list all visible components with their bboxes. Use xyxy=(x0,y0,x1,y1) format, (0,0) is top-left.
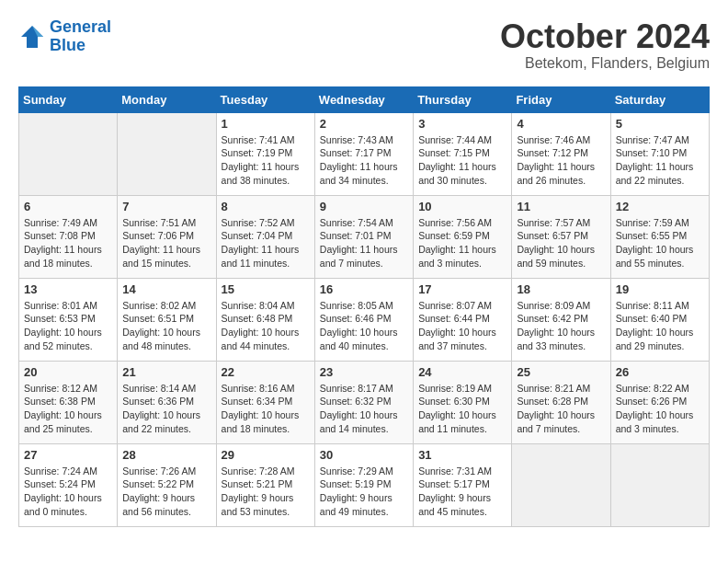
day-number: 27 xyxy=(24,448,112,462)
day-info: Sunrise: 8:07 AM Sunset: 6:44 PM Dayligh… xyxy=(418,299,506,353)
day-info: Sunrise: 7:56 AM Sunset: 6:59 PM Dayligh… xyxy=(418,216,506,270)
day-info: Sunrise: 7:49 AM Sunset: 7:08 PM Dayligh… xyxy=(24,216,112,270)
day-number: 26 xyxy=(616,365,704,379)
calendar-cell: 10Sunrise: 7:56 AM Sunset: 6:59 PM Dayli… xyxy=(414,195,512,278)
day-number: 28 xyxy=(122,448,210,462)
calendar-cell: 30Sunrise: 7:29 AM Sunset: 5:19 PM Dayli… xyxy=(314,443,413,526)
day-number: 13 xyxy=(24,282,112,296)
day-info: Sunrise: 7:46 AM Sunset: 7:12 PM Dayligh… xyxy=(517,133,605,188)
calendar-cell: 28Sunrise: 7:26 AM Sunset: 5:22 PM Dayli… xyxy=(118,443,216,526)
day-info: Sunrise: 8:04 AM Sunset: 6:48 PM Dayligh… xyxy=(222,299,310,353)
calendar-cell: 5Sunrise: 7:47 AM Sunset: 7:10 PM Daylig… xyxy=(610,112,709,195)
page-header: General Blue October 2024 Betekom, Fland… xyxy=(18,18,710,72)
calendar-table: SundayMondayTuesdayWednesdayThursdayFrid… xyxy=(18,86,710,527)
day-number: 15 xyxy=(222,282,310,296)
day-number: 22 xyxy=(222,365,310,379)
logo-icon xyxy=(18,23,46,51)
day-info: Sunrise: 7:59 AM Sunset: 6:55 PM Dayligh… xyxy=(616,216,704,270)
day-number: 29 xyxy=(222,448,310,462)
calendar-cell: 2Sunrise: 7:43 AM Sunset: 7:17 PM Daylig… xyxy=(314,112,413,195)
day-header-sunday: Sunday xyxy=(19,86,118,112)
logo-text: General Blue xyxy=(50,18,111,55)
logo-line2: Blue xyxy=(50,36,85,54)
calendar-cell: 12Sunrise: 7:59 AM Sunset: 6:55 PM Dayli… xyxy=(610,195,709,278)
day-number: 5 xyxy=(616,117,704,131)
day-number: 23 xyxy=(320,365,408,379)
calendar-cell xyxy=(512,443,610,526)
calendar-cell xyxy=(19,112,118,195)
day-info: Sunrise: 8:21 AM Sunset: 6:28 PM Dayligh… xyxy=(517,382,605,436)
day-number: 12 xyxy=(616,200,704,213)
calendar-cell: 22Sunrise: 8:16 AM Sunset: 6:34 PM Dayli… xyxy=(216,361,314,443)
calendar-cell: 7Sunrise: 7:51 AM Sunset: 7:06 PM Daylig… xyxy=(118,195,216,278)
calendar-week-2: 6Sunrise: 7:49 AM Sunset: 7:08 PM Daylig… xyxy=(19,195,710,278)
day-number: 17 xyxy=(418,282,506,296)
day-number: 14 xyxy=(122,282,210,296)
calendar-cell: 25Sunrise: 8:21 AM Sunset: 6:28 PM Dayli… xyxy=(512,361,610,443)
day-header-tuesday: Tuesday xyxy=(216,86,314,112)
day-header-wednesday: Wednesday xyxy=(314,86,413,112)
calendar-cell: 29Sunrise: 7:28 AM Sunset: 5:21 PM Dayli… xyxy=(216,443,314,526)
day-number: 7 xyxy=(122,200,210,213)
day-info: Sunrise: 8:11 AM Sunset: 6:40 PM Dayligh… xyxy=(616,299,704,353)
day-number: 24 xyxy=(418,365,506,379)
calendar-cell: 21Sunrise: 8:14 AM Sunset: 6:36 PM Dayli… xyxy=(118,361,216,443)
day-info: Sunrise: 7:28 AM Sunset: 5:21 PM Dayligh… xyxy=(222,465,310,519)
day-number: 21 xyxy=(122,365,210,379)
calendar-cell: 16Sunrise: 8:05 AM Sunset: 6:46 PM Dayli… xyxy=(314,278,413,361)
day-info: Sunrise: 8:12 AM Sunset: 6:38 PM Dayligh… xyxy=(24,382,112,436)
title-block: October 2024 Betekom, Flanders, Belgium xyxy=(500,18,710,72)
day-number: 1 xyxy=(222,117,310,131)
day-header-friday: Friday xyxy=(512,86,610,112)
day-info: Sunrise: 8:14 AM Sunset: 6:36 PM Dayligh… xyxy=(122,382,210,436)
day-info: Sunrise: 7:26 AM Sunset: 5:22 PM Dayligh… xyxy=(122,465,210,519)
calendar-cell xyxy=(610,443,709,526)
calendar-cell: 1Sunrise: 7:41 AM Sunset: 7:19 PM Daylig… xyxy=(216,112,314,195)
day-number: 2 xyxy=(320,117,408,131)
calendar-cell: 9Sunrise: 7:54 AM Sunset: 7:01 PM Daylig… xyxy=(314,195,413,278)
calendar-cell: 19Sunrise: 8:11 AM Sunset: 6:40 PM Dayli… xyxy=(610,278,709,361)
day-number: 25 xyxy=(517,365,605,379)
day-info: Sunrise: 8:17 AM Sunset: 6:32 PM Dayligh… xyxy=(320,382,408,436)
day-info: Sunrise: 7:41 AM Sunset: 7:19 PM Dayligh… xyxy=(222,133,310,188)
logo-line1: General xyxy=(50,17,111,36)
day-info: Sunrise: 7:54 AM Sunset: 7:01 PM Dayligh… xyxy=(320,216,408,270)
day-header-thursday: Thursday xyxy=(414,86,512,112)
calendar-cell: 26Sunrise: 8:22 AM Sunset: 6:26 PM Dayli… xyxy=(610,361,709,443)
calendar-cell: 14Sunrise: 8:02 AM Sunset: 6:51 PM Dayli… xyxy=(118,278,216,361)
calendar-cell: 24Sunrise: 8:19 AM Sunset: 6:30 PM Dayli… xyxy=(414,361,512,443)
month-title: October 2024 xyxy=(500,18,710,55)
calendar-week-5: 27Sunrise: 7:24 AM Sunset: 5:24 PM Dayli… xyxy=(19,443,710,526)
day-number: 9 xyxy=(320,200,408,213)
calendar-cell: 6Sunrise: 7:49 AM Sunset: 7:08 PM Daylig… xyxy=(19,195,118,278)
calendar-cell: 15Sunrise: 8:04 AM Sunset: 6:48 PM Dayli… xyxy=(216,278,314,361)
day-number: 3 xyxy=(418,117,506,131)
day-number: 20 xyxy=(24,365,112,379)
day-info: Sunrise: 7:29 AM Sunset: 5:19 PM Dayligh… xyxy=(320,465,408,519)
day-number: 4 xyxy=(517,117,605,131)
day-number: 8 xyxy=(222,200,310,213)
day-info: Sunrise: 7:44 AM Sunset: 7:15 PM Dayligh… xyxy=(418,133,506,188)
day-number: 11 xyxy=(517,200,605,213)
calendar-cell: 27Sunrise: 7:24 AM Sunset: 5:24 PM Dayli… xyxy=(19,443,118,526)
calendar-cell: 20Sunrise: 8:12 AM Sunset: 6:38 PM Dayli… xyxy=(19,361,118,443)
calendar-cell: 3Sunrise: 7:44 AM Sunset: 7:15 PM Daylig… xyxy=(414,112,512,195)
calendar-cell: 8Sunrise: 7:52 AM Sunset: 7:04 PM Daylig… xyxy=(216,195,314,278)
day-info: Sunrise: 7:47 AM Sunset: 7:10 PM Dayligh… xyxy=(616,133,704,188)
day-number: 6 xyxy=(24,200,112,213)
day-info: Sunrise: 8:22 AM Sunset: 6:26 PM Dayligh… xyxy=(616,382,704,436)
day-header-monday: Monday xyxy=(118,86,216,112)
day-info: Sunrise: 8:19 AM Sunset: 6:30 PM Dayligh… xyxy=(418,382,506,436)
calendar-cell: 18Sunrise: 8:09 AM Sunset: 6:42 PM Dayli… xyxy=(512,278,610,361)
day-info: Sunrise: 8:01 AM Sunset: 6:53 PM Dayligh… xyxy=(24,299,112,353)
calendar-week-1: 1Sunrise: 7:41 AM Sunset: 7:19 PM Daylig… xyxy=(19,112,710,195)
logo: General Blue xyxy=(18,18,111,55)
calendar-cell: 23Sunrise: 8:17 AM Sunset: 6:32 PM Dayli… xyxy=(314,361,413,443)
calendar-cell: 13Sunrise: 8:01 AM Sunset: 6:53 PM Dayli… xyxy=(19,278,118,361)
day-info: Sunrise: 7:31 AM Sunset: 5:17 PM Dayligh… xyxy=(418,465,506,519)
day-info: Sunrise: 8:16 AM Sunset: 6:34 PM Dayligh… xyxy=(222,382,310,436)
calendar-cell: 11Sunrise: 7:57 AM Sunset: 6:57 PM Dayli… xyxy=(512,195,610,278)
calendar-cell xyxy=(118,112,216,195)
calendar-week-3: 13Sunrise: 8:01 AM Sunset: 6:53 PM Dayli… xyxy=(19,278,710,361)
day-number: 30 xyxy=(320,448,408,462)
